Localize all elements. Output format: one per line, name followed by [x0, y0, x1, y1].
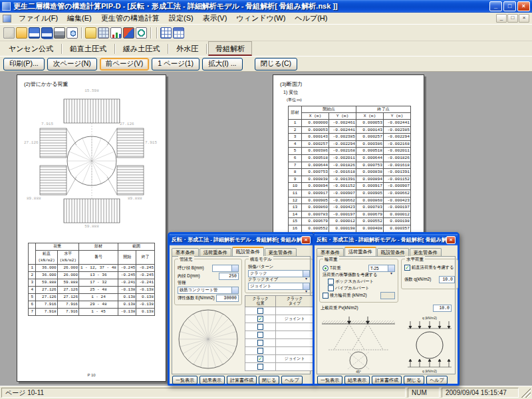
close-preview-button[interactable]: 閉じる(C)	[255, 58, 298, 70]
menu-item[interactable]: 設定(S)	[164, 12, 198, 25]
dialog-button[interactable]: 一覧表示	[317, 376, 342, 384]
crack-row: ✓ ジョイント	[245, 315, 314, 323]
exec-analysis-icon[interactable]	[123, 27, 134, 39]
save-all-icon[interactable]	[41, 27, 53, 39]
crack-checkbox[interactable]	[257, 308, 263, 314]
crack-type-cell[interactable]: ジョイント	[276, 315, 314, 323]
pipe-type-select[interactable]: 鉄筋コンクリート管	[178, 287, 239, 294]
t-load-class-select[interactable]: T-25	[368, 265, 395, 272]
tab-existing-pipe-conditions[interactable]: 既設管条件	[377, 248, 409, 256]
box-culvert-checkbox[interactable]	[328, 279, 334, 285]
menu-item[interactable]: 更生管の構造計算	[96, 12, 164, 25]
cell: -0.241	[118, 279, 136, 287]
report-icon[interactable]	[110, 27, 122, 39]
vertical-live-load-checkbox[interactable]: ✓	[404, 265, 410, 271]
next-page-button[interactable]: 次ページ(N)	[47, 58, 97, 70]
dialog-title-bar[interactable]: 反転・形成工法 - 詳細解析モデル - 骨組解析[ 骨組み解析.nsk ] ×	[315, 234, 458, 245]
horizontal-load-input[interactable]: 10.0	[439, 276, 455, 283]
rear-wheel-input[interactable]	[380, 292, 395, 299]
crack-type-cell[interactable]: ジョイント	[276, 355, 314, 363]
dialog-button[interactable]: 結果表示	[200, 376, 225, 384]
dialog-button[interactable]: 計算書作成	[372, 376, 402, 384]
dialog-close-button[interactable]: ×	[301, 236, 311, 244]
nominal-diameter-select[interactable]	[212, 265, 239, 272]
model-view-icon[interactable]	[136, 27, 147, 39]
q-top-label: q (kN/m2)	[422, 316, 437, 320]
dialog-title-bar[interactable]: 反転・形成工法 - 詳細解析モデル - 骨組解析[ 骨組み解析.nsk ] ×	[170, 234, 313, 245]
crack-checkbox[interactable]	[257, 332, 263, 338]
tab-live-load-conditions[interactable]: 活荷重条件	[200, 248, 231, 256]
delete-icon[interactable]	[3, 27, 15, 39]
export-icon[interactable]	[85, 27, 96, 39]
damage-pattern-select[interactable]: クラック	[248, 270, 310, 277]
elastic-modulus-input[interactable]: 30000	[216, 295, 239, 302]
page-toolbar: 印刷(P)... 次ページ(N) 前ページ(V) 1 ページ(1) 拡大(I) …	[0, 57, 532, 72]
pipe-culvert-checkbox[interactable]	[328, 285, 334, 291]
tab-liner-pipe-conditions[interactable]: 更生管条件	[410, 248, 442, 256]
open-file-icon[interactable]	[16, 27, 27, 39]
prev-page-button[interactable]: 前ページ(V)	[100, 58, 150, 70]
field-label: 内径 D(mm)	[178, 273, 217, 279]
print-preview-icon[interactable]	[66, 27, 78, 39]
dialog-button[interactable]: 結果表示	[344, 376, 370, 384]
crack-type-cell[interactable]	[276, 323, 314, 331]
table-view-icon[interactable]	[160, 27, 172, 39]
dialog-button[interactable]: 閉じる	[404, 376, 424, 384]
dialog-button[interactable]: 閉じる	[259, 376, 279, 384]
close-button[interactable]: ×	[517, 1, 530, 11]
menu-item[interactable]: ファイル(F)	[14, 12, 63, 25]
method-tab-loosening-earth[interactable]: 緩み土圧式	[116, 42, 166, 55]
menu-item[interactable]: ウィンドウ(W)	[231, 12, 290, 25]
dialog-button[interactable]: 計算書作成	[227, 376, 257, 384]
crack-type-cell[interactable]	[276, 347, 314, 355]
title-bar[interactable]: 更生二層構造管の構造計算PIP-D - [反転・形成工法 - 詳細解析モデル -…	[0, 0, 532, 13]
print-button[interactable]: 印刷(P)...	[3, 58, 45, 70]
surcharge-input[interactable]: 10.0	[433, 305, 452, 312]
menu-item[interactable]: ヘルプ(H)	[290, 12, 332, 25]
child-close-button[interactable]: ×	[519, 14, 529, 23]
crack-checkbox[interactable]	[257, 340, 263, 346]
crack-type-select[interactable]: ジョイント	[248, 283, 310, 290]
menu-item[interactable]: 編集(E)	[63, 12, 96, 25]
minimize-button[interactable]: _	[489, 1, 502, 11]
child-minimize-button[interactable]: _	[496, 14, 507, 23]
tab-live-load-conditions[interactable]: 活荷重条件	[344, 247, 376, 256]
inner-diameter-input[interactable]: 250	[219, 273, 239, 280]
crack-checkbox[interactable]	[257, 348, 263, 354]
zoom-button[interactable]: 拡大(I) ...	[202, 58, 243, 70]
method-tab-vertical-earth[interactable]: 鉛直土圧式	[63, 42, 113, 55]
crack-type-cell[interactable]	[276, 331, 314, 339]
rear-wheel-checkbox[interactable]	[323, 293, 329, 299]
crack-type-cell[interactable]	[276, 307, 314, 315]
tab-basic-conditions[interactable]: 基本条件	[172, 248, 199, 256]
print-icon[interactable]	[54, 27, 65, 39]
menu-item[interactable]: 表示(V)	[198, 12, 232, 25]
crack-checkbox[interactable]: ✓	[257, 356, 263, 362]
separator	[61, 44, 62, 54]
dialog-button[interactable]: ヘルプ	[281, 376, 303, 384]
crack-type-cell[interactable]	[276, 339, 314, 347]
tab-liner-pipe-conditions[interactable]: 更生管条件	[265, 248, 297, 256]
method-tab-external-water[interactable]: 外水圧	[170, 42, 205, 55]
method-tab-frame-analysis[interactable]: 骨組解析	[208, 41, 252, 56]
crack-type-cell[interactable]	[276, 363, 314, 371]
one-page-button[interactable]: 1 ページ(1)	[152, 58, 200, 70]
dialog-button[interactable]: 一覧表示	[172, 376, 198, 384]
dialog-close-button[interactable]: ×	[446, 236, 456, 244]
tab-existing-pipe-conditions[interactable]: 既設管条件	[232, 247, 264, 256]
restore-button[interactable]: □	[503, 1, 516, 11]
header-cell: 部材	[78, 243, 118, 251]
crack-checkbox[interactable]	[257, 364, 263, 370]
t-load-radio[interactable]	[323, 265, 329, 271]
method-tab-jansen[interactable]: ヤンセン公式	[2, 42, 60, 55]
save-file-icon[interactable]	[29, 27, 40, 39]
crack-checkbox[interactable]: ✓	[257, 316, 263, 322]
resize-grip[interactable]	[521, 388, 531, 398]
cell: 0.138	[118, 294, 136, 301]
dialog-button[interactable]: ヘルプ	[426, 376, 448, 384]
frame-analysis-icon[interactable]	[173, 27, 184, 39]
tab-basic-conditions[interactable]: 基本条件	[317, 248, 344, 256]
crack-checkbox[interactable]	[257, 324, 263, 330]
calc-condition-icon[interactable]	[98, 27, 109, 39]
child-restore-button[interactable]: □	[507, 14, 518, 23]
